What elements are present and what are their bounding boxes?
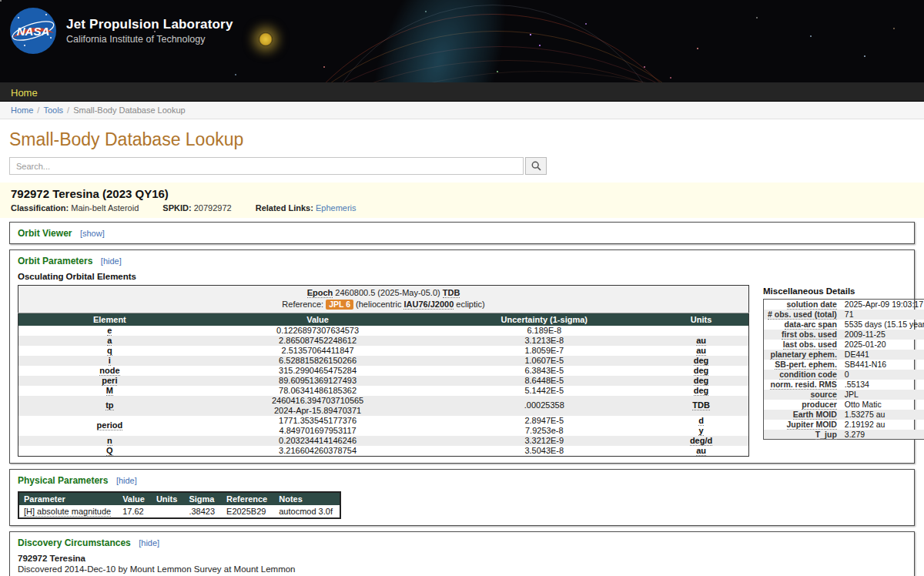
element-symbol: i: [109, 356, 111, 366]
element-units-cell: deg: [654, 366, 748, 376]
element-sigma-cell: 1.0607E-5: [434, 356, 654, 366]
misc-detail-row: data-arc span5535 days (15.15 years): [764, 320, 924, 330]
physical-cell: .38423: [184, 505, 222, 518]
misc-label-cell: # obs. used (total): [764, 310, 841, 320]
element-value: 0.203234414146246: [204, 436, 432, 446]
elements-table-wrap: Epoch 2460800.5 (2025-May-05.0) TDB Refe…: [18, 285, 749, 457]
misc-label-cell: last obs. used: [764, 340, 841, 350]
element-unit: au: [657, 346, 745, 356]
element-name-cell: node: [18, 366, 201, 376]
physical-row: [H] absolute magnitude17.62.38423E2025B2…: [18, 505, 340, 518]
element-sigma-cell: 6.3843E-5: [434, 366, 654, 376]
section-discovery: Discovery Circumstances [hide] 792972 Te…: [9, 531, 915, 576]
nasa-logo-icon: NASA: [9, 7, 57, 55]
element-sigma: 3.5043E-8: [437, 446, 651, 456]
caltech-subtitle: California Institute of Technology: [66, 34, 233, 45]
epoch-reference-bar: Epoch 2460800.5 (2025-May-05.0) TDB Refe…: [18, 286, 749, 313]
physical-tbody: [H] absolute magnitude17.62.38423E2025B2…: [18, 505, 340, 518]
ephemeris-link[interactable]: Ephemeris: [316, 203, 357, 213]
misc-label-cell: data-arc span: [764, 320, 841, 330]
element-units-cell: deg: [654, 386, 748, 396]
element-row: tp2460416.3947037105652024-Apr-15.894703…: [18, 396, 749, 416]
element-symbol: q: [107, 346, 112, 356]
misc-label-cell: Jupiter MOID: [764, 420, 841, 430]
element-row: node315.29904654752846.3843E-5deg: [18, 366, 749, 376]
element-units-cell: au: [654, 336, 748, 346]
elements-column-header: Value: [201, 313, 435, 326]
element-symbol: a: [107, 336, 112, 346]
element-sigma: 1.8059E-7: [437, 346, 651, 356]
physical-parameters-toggle[interactable]: [hide]: [116, 476, 137, 485]
misc-value: 5535 days (15.15 years): [841, 320, 924, 330]
element-row: M78.063414861853625.1442E-5deg: [18, 386, 749, 396]
element-value-cell: 315.2990465475284: [201, 366, 435, 376]
osculating-elements-heading: Osculating Orbital Elements: [18, 272, 906, 281]
misc-detail-row: producerOtto Matic: [764, 400, 924, 410]
orbit-parameters-title: Orbit Parameters: [18, 256, 92, 266]
physical-parameters-table: ParameterValueUnitsSigmaReferenceNotes […: [18, 491, 341, 519]
physical-cell: autocmod 3.0f: [274, 505, 340, 518]
element-unit: y: [657, 426, 745, 436]
orbit-viewer-toggle[interactable]: [show]: [80, 229, 105, 238]
element-sigma-cell: 3.3212E-9: [434, 436, 654, 446]
epoch-line: Epoch 2460800.5 (2025-May-05.0) TDB: [18, 287, 748, 299]
misc-value: SB441-N16: [841, 360, 924, 370]
object-header: 792972 Teresina (2023 QY16) Classificati…: [0, 183, 924, 218]
element-sigma-cell: 3.1213E-8: [434, 336, 654, 346]
physical-column-header: Parameter: [18, 492, 118, 505]
element-sigma-cell: 1.8059E-7: [434, 346, 654, 356]
reference-post: ecliptic): [456, 300, 484, 309]
element-symbol: tp: [105, 400, 113, 410]
misc-label-cell: SB-pert. ephem.: [764, 360, 841, 370]
misc-detail-row: sourceJPL: [764, 390, 924, 400]
element-units-cell: deg: [654, 376, 748, 386]
unit-label: deg: [694, 376, 709, 386]
spkid-label: SPKID:: [162, 203, 191, 213]
element-row: q2.513570644118471.8059E-7au: [18, 346, 749, 356]
misc-value: 71: [841, 310, 924, 320]
element-unit: TDB: [657, 400, 745, 410]
page-title: Small-Body Database Lookup: [9, 129, 915, 150]
element-sigma: 2.8947E-5: [437, 416, 651, 426]
misc-detail-row: last obs. used2025-01-20: [764, 340, 924, 350]
element-sigma: 6.189E-8: [437, 326, 651, 336]
object-classification: Classification: Main-belt Asteroid: [11, 203, 139, 213]
misc-value: 2025-01-20: [841, 340, 924, 350]
elements-column-header: Uncertainty (1-sigma): [434, 313, 654, 326]
jpl-logo[interactable]: NASA Jet Propulsion Laboratory Californi…: [9, 7, 233, 55]
element-row: peri89.609513691274938.6448E-5deg: [18, 376, 749, 386]
element-sigma: 3.3212E-9: [437, 436, 651, 446]
breadcrumb-link[interactable]: Tools: [43, 105, 63, 115]
section-orbit-viewer: Orbit Viewer [show]: [9, 222, 915, 244]
search-input[interactable]: [9, 157, 524, 175]
element-unit: deg: [657, 376, 745, 386]
breadcrumb-link[interactable]: Home: [11, 105, 33, 115]
misc-detail-row: T_jup3.279: [764, 430, 924, 440]
element-value-cell: 6.528815826150266: [201, 356, 435, 366]
element-value-cell: 0.203234414146246: [201, 436, 435, 446]
element-value-cell: 89.60951369127493: [201, 376, 435, 386]
element-unit: deg: [657, 366, 745, 376]
physical-cell: [H] absolute magnitude: [18, 505, 118, 518]
element-unit: deg: [657, 386, 745, 396]
misc-label: Earth MOID: [793, 410, 837, 420]
orbit-parameters-toggle[interactable]: [hide]: [101, 256, 122, 266]
misc-label: first obs. used: [782, 330, 837, 340]
element-sigma-cell: 6.189E-8: [434, 326, 654, 336]
element-value: 2.865087452248612: [204, 336, 432, 346]
misc-value: 2025-Apr-09 19:03:17: [841, 300, 924, 310]
nav-home-link[interactable]: Home: [11, 87, 38, 99]
element-symbol: period: [97, 420, 123, 430]
element-row: Q3.2166042603787543.5043E-8au: [18, 446, 749, 456]
element-symbol: M: [106, 386, 113, 396]
object-title: 792972 Teresina (2023 QY16): [11, 187, 913, 200]
search-button[interactable]: [525, 157, 547, 175]
physical-parameter-name: [H] absolute magnitude: [24, 507, 111, 517]
element-sigma-cell: .00025358: [434, 396, 654, 416]
element-value: 6.528815826150266: [204, 356, 432, 366]
discovery-toggle[interactable]: [hide]: [139, 538, 159, 548]
element-row: e0.12268973076345736.189E-8: [18, 326, 749, 336]
misc-value: 3.279: [841, 430, 924, 440]
misc-label: condition code: [779, 370, 837, 380]
element-name-cell: Q: [18, 446, 201, 456]
